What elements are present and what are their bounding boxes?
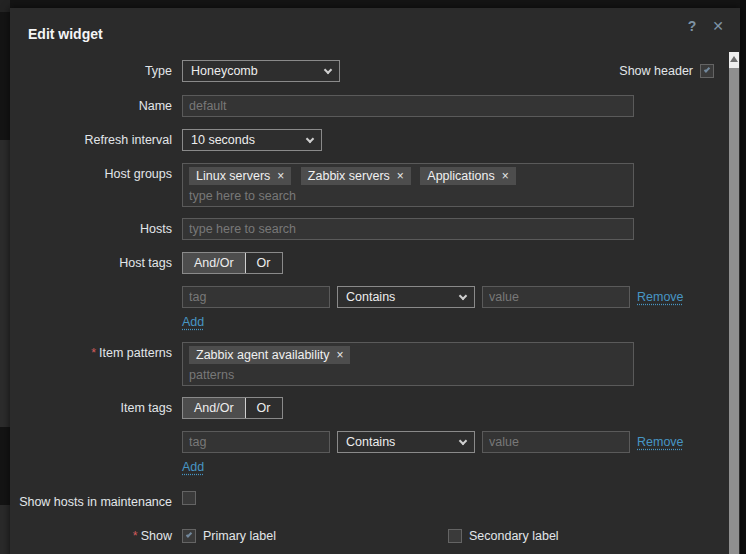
item-tags-operator-toggle: And/Or Or [182,397,283,419]
item-patterns-placeholder[interactable]: patterns [189,366,627,382]
host-tag-name-input[interactable] [182,286,330,308]
item-patterns-label: *Item patterns [10,342,172,364]
remove-chip-icon[interactable]: × [397,170,404,182]
edit-widget-dialog: Edit widget ? ✕ Type Honeycomb Show head… [10,8,740,554]
primary-label-checkbox[interactable] [182,529,196,543]
item-tag-operator-value: Contains [346,435,395,449]
chevron-down-icon [459,291,467,299]
hosts-label: Hosts [10,218,172,240]
item-patterns-multiselect[interactable]: Zabbix agent availability × patterns [182,342,634,386]
background-dashboard-right [740,0,746,554]
check-icon [186,531,192,537]
show-hosts-in-maintenance-checkbox[interactable] [182,491,196,505]
item-tag-remove-link[interactable]: Remove [637,435,684,449]
hosts-input[interactable] [182,218,634,240]
dialog-scrollbar[interactable] [729,52,739,554]
scrollbar-thumb[interactable] [729,68,739,554]
show-header-checkbox[interactable] [700,64,714,78]
host-tag-add-link[interactable]: Add [182,315,204,329]
host-groups-multiselect[interactable]: Linux servers × Zabbix servers × Applica… [182,163,634,207]
host-tags-andor-option[interactable]: And/Or [183,253,245,273]
background-dashboard-left [0,0,10,554]
show-label: *Show [10,525,172,547]
show-header-label: Show header [619,64,693,78]
show-hosts-in-maintenance-label: Show hosts in maintenance [10,491,172,513]
item-tags-label: Item tags [10,397,172,419]
show-label-text: Show [141,529,172,543]
type-label: Type [10,60,172,82]
type-select[interactable]: Honeycomb [182,60,340,82]
host-group-chip: Applications × [420,167,515,185]
check-icon [704,66,710,72]
item-patterns-label-text: Item patterns [99,346,172,360]
close-icon[interactable]: ✕ [710,18,726,34]
required-asterisk: * [91,346,96,360]
host-groups-search-placeholder[interactable]: type here to search [189,187,627,203]
chevron-down-icon [459,436,467,444]
chip-text: Linux servers [196,169,270,183]
chip-text: Zabbix servers [308,169,390,183]
host-tags-label: Host tags [10,252,172,274]
secondary-label-checkbox[interactable] [448,529,462,543]
host-groups-label: Host groups [10,163,172,185]
host-group-chip: Linux servers × [189,167,291,185]
name-input[interactable] [182,95,634,117]
scroll-up-arrow-icon[interactable] [730,56,738,62]
refresh-interval-value: 10 seconds [191,133,255,147]
host-group-chip: Zabbix servers × [301,167,411,185]
remove-chip-icon[interactable]: × [336,349,343,361]
host-tags-operator-toggle: And/Or Or [182,252,283,274]
name-label: Name [10,95,172,117]
help-icon[interactable]: ? [684,18,700,34]
chevron-down-icon [324,65,332,73]
refresh-interval-label: Refresh interval [10,129,172,151]
host-tag-remove-link[interactable]: Remove [637,290,684,304]
refresh-interval-select[interactable]: 10 seconds [182,129,322,151]
item-tag-add-link[interactable]: Add [182,460,204,474]
type-select-value: Honeycomb [191,64,258,78]
required-asterisk: * [133,529,138,543]
primary-label-text: Primary label [203,529,276,543]
dialog-title: Edit widget [28,26,103,42]
host-tag-value-input[interactable] [482,286,630,308]
remove-chip-icon[interactable]: × [502,170,509,182]
remove-chip-icon[interactable]: × [277,170,284,182]
chip-text: Zabbix agent availability [196,348,329,362]
item-pattern-chip: Zabbix agent availability × [189,346,350,364]
secondary-label-text: Secondary label [469,529,559,543]
item-tags-or-option[interactable]: Or [245,398,282,418]
item-tag-operator-select[interactable]: Contains [337,431,475,453]
host-tag-operator-value: Contains [346,290,395,304]
chevron-down-icon [306,134,314,142]
item-tags-andor-option[interactable]: And/Or [183,398,245,418]
item-tag-name-input[interactable] [182,431,330,453]
host-tags-or-option[interactable]: Or [245,253,282,273]
item-tag-value-input[interactable] [482,431,630,453]
chip-text: Applications [427,169,494,183]
host-tag-operator-select[interactable]: Contains [337,286,475,308]
